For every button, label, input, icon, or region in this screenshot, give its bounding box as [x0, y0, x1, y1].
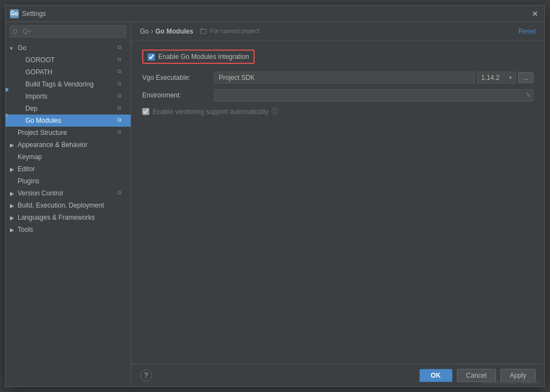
- arrow-appearance: ▶: [10, 142, 18, 148]
- breadcrumb-bar: Go › Go Modules For current project Rese…: [131, 22, 544, 41]
- sidebar-item-build-tags[interactable]: Build Tags & Vendoring ⧉: [6, 78, 131, 90]
- indicator-1: [6, 88, 8, 91]
- sidebar-tree: ▾ Go ⧉ GOROOT ⧉ GOPATH ⧉ Build Tags & Ve…: [6, 41, 131, 386]
- search-input[interactable]: [10, 25, 126, 37]
- vgo-input[interactable]: [214, 72, 475, 84]
- app-icon: Go: [10, 9, 19, 18]
- enable-modules-label[interactable]: Enable Go Modules integration: [158, 53, 249, 61]
- close-button[interactable]: ✕: [530, 9, 540, 19]
- settings-dialog: Go Settings ✕ Q ▾ Go ⧉: [5, 5, 545, 387]
- sidebar-item-dep[interactable]: Dep ⧉: [6, 102, 131, 115]
- title-bar: Go Settings ✕: [6, 6, 544, 22]
- env-control: ✎: [214, 89, 533, 101]
- breadcrumb-current: Go Modules: [155, 28, 193, 35]
- breadcrumb-sep: ›: [151, 28, 153, 35]
- vgo-row: Vgo Executable: 1.14.2 ▾ ...: [142, 72, 533, 84]
- svg-rect-1: [201, 29, 203, 30]
- sidebar: Q ▾ Go ⧉ GOROOT ⧉ GOPATH ⧉: [6, 22, 131, 386]
- panel-content: Enable Go Modules integration Vgo Execut…: [131, 41, 544, 364]
- copy-icon-gopath: ⧉: [117, 68, 126, 76]
- content-area: Q ▾ Go ⧉ GOROOT ⧉ GOPATH ⧉: [6, 22, 544, 386]
- enable-row: Enable Go Modules integration: [142, 50, 533, 64]
- vgo-browse-button[interactable]: ...: [518, 72, 533, 83]
- env-row: Environment: ✎: [142, 89, 533, 101]
- indicator-2: [6, 114, 8, 117]
- env-edit-icon[interactable]: ✎: [526, 91, 531, 99]
- arrow-be: ▶: [10, 203, 18, 209]
- sidebar-item-gopath[interactable]: GOPATH ⧉: [6, 66, 131, 78]
- breadcrumb-root: Go: [140, 28, 149, 35]
- sidebar-item-appearance[interactable]: ▶ Appearance & Behavior: [6, 139, 131, 151]
- sidebar-item-go[interactable]: ▾ Go ⧉: [6, 42, 131, 54]
- cancel-button[interactable]: Cancel: [457, 369, 496, 382]
- main-panel: Go › Go Modules For current project Rese…: [131, 22, 544, 386]
- sidebar-item-languages[interactable]: ▶ Languages & Frameworks: [6, 211, 131, 224]
- copy-icon-vc: ⧉: [117, 189, 126, 197]
- enable-modules-checkbox[interactable]: [148, 53, 155, 61]
- arrow-go: ▾: [10, 45, 18, 51]
- copy-icon-ps: ⧉: [117, 129, 126, 137]
- copy-icon-goroot: ⧉: [117, 56, 126, 64]
- ok-button[interactable]: OK: [419, 369, 452, 382]
- copy-icon-modules: ⧉: [117, 117, 126, 124]
- reset-button[interactable]: Reset: [519, 28, 536, 35]
- sidebar-item-go-modules[interactable]: Go Modules ⧉: [6, 115, 131, 127]
- breadcrumb: Go › Go Modules: [140, 28, 193, 35]
- version-display[interactable]: 1.14.2 ▾: [477, 72, 516, 84]
- help-button[interactable]: ?: [140, 369, 152, 382]
- env-label: Environment:: [142, 91, 214, 99]
- help-circle-icon[interactable]: ⓘ: [272, 107, 278, 116]
- vendoring-label: Enable vendoring support automatically: [153, 108, 268, 116]
- vgo-control: 1.14.2 ▾ ...: [214, 72, 533, 84]
- arrow-lf: ▶: [10, 215, 18, 221]
- vendoring-checkbox: [142, 108, 149, 115]
- dialog-title: Settings: [22, 10, 530, 18]
- apply-button[interactable]: Apply: [500, 369, 536, 382]
- sidebar-item-plugins[interactable]: Plugins: [6, 175, 131, 187]
- for-current-project: For current project: [200, 28, 260, 35]
- arrow-tools: ▶: [10, 227, 18, 233]
- sidebar-item-keymap[interactable]: Keymap: [6, 151, 131, 163]
- sidebar-item-build-execution[interactable]: ▶ Build, Execution, Deployment: [6, 199, 131, 211]
- svg-rect-0: [201, 29, 206, 34]
- sidebar-item-imports[interactable]: Imports ⧉: [6, 90, 131, 102]
- search-icon: Q: [13, 28, 18, 35]
- sidebar-item-tools[interactable]: ▶ Tools: [6, 224, 131, 236]
- vendoring-row: Enable vendoring support automatically ⓘ: [142, 107, 533, 116]
- left-indicators: [6, 22, 9, 118]
- copy-icon-build: ⧉: [117, 80, 126, 88]
- copy-icon-dep: ⧉: [117, 105, 126, 112]
- copy-icon-imports: ⧉: [117, 92, 126, 100]
- copy-icon-go: ⧉: [117, 44, 126, 52]
- project-icon: [200, 28, 207, 35]
- sidebar-item-project-structure[interactable]: Project Structure ⧉: [6, 127, 131, 139]
- search-box: Q: [10, 25, 126, 37]
- version-chevron: ▾: [509, 75, 512, 80]
- enable-checkbox-bordered: Enable Go Modules integration: [142, 50, 255, 64]
- arrow-editor: ▶: [10, 166, 18, 172]
- arrow-vc: ▶: [10, 190, 18, 197]
- version-text: 1.14.2: [481, 74, 499, 81]
- sidebar-item-goroot[interactable]: GOROOT ⧉: [6, 54, 131, 66]
- sidebar-item-editor[interactable]: ▶ Editor: [6, 163, 131, 175]
- vgo-label: Vgo Executable:: [142, 74, 214, 81]
- env-input-wrap: ✎: [214, 89, 533, 101]
- env-input[interactable]: [214, 89, 533, 101]
- sidebar-item-version-control[interactable]: ▶ Version Control ⧉: [6, 187, 131, 199]
- bottom-bar: ? OK Cancel Apply: [131, 364, 544, 386]
